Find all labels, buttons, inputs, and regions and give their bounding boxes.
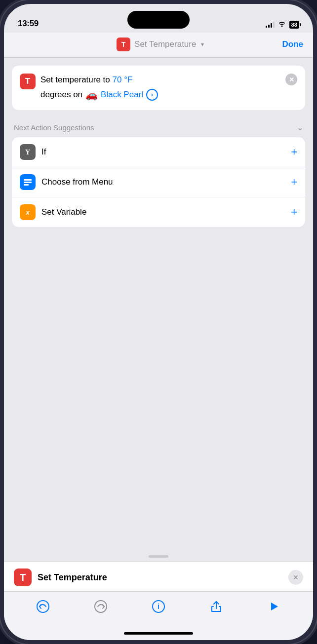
empty-space (4, 304, 313, 551)
signal-bars-icon (266, 22, 275, 28)
svg-rect-2 (24, 182, 32, 183)
tesla-card-icon: T (20, 74, 36, 89)
action-card: T Set temperature to 70 °F degrees on 🚗 … (12, 66, 305, 110)
svg-rect-3 (24, 184, 29, 186)
variable-add-button[interactable]: + (291, 206, 297, 219)
suggestion-menu-label: Choose from Menu (41, 177, 113, 187)
degrees-on-text: degrees on (40, 88, 82, 101)
nav-chevron-icon: ▾ (201, 41, 204, 48)
car-info-button[interactable]: › (146, 89, 158, 101)
sheet-handle-area (4, 551, 313, 561)
redo-button[interactable] (91, 597, 111, 616)
home-indicator (4, 626, 313, 640)
action-prefix: Set temperature to (40, 75, 113, 84)
suggestion-item-if[interactable]: Y If + (12, 137, 305, 167)
scrollable-content: T Set temperature to 70 °F degrees on 🚗 … (4, 58, 313, 304)
home-bar (124, 632, 193, 635)
signal-bar-3 (271, 23, 272, 28)
suggestion-menu-left: Choose from Menu (20, 174, 113, 190)
nav-bar: T Set Temperature ▾ Done (4, 33, 313, 58)
svg-text:i: i (158, 603, 159, 610)
phone-screen: 13:59 88 (4, 4, 313, 640)
share-button[interactable] (206, 597, 226, 616)
suggestions-title: Next Action Suggestions (14, 123, 94, 132)
dynamic-island (127, 11, 190, 29)
content-area: T Set temperature to 70 °F degrees on 🚗 … (4, 58, 313, 235)
suggestion-if-left: Y If (20, 144, 46, 160)
suggestion-variable-left: x Set Variable (20, 204, 86, 220)
temp-value[interactable]: 70 (113, 75, 122, 84)
status-time: 13:59 (18, 19, 39, 29)
battery-icon: 88 (289, 21, 299, 29)
signal-bar-2 (268, 25, 270, 28)
svg-point-5 (37, 601, 49, 612)
car-emoji-icon: 🚗 (85, 87, 98, 102)
signal-bar-1 (266, 26, 267, 28)
svg-text:Y: Y (25, 149, 30, 156)
bottom-card-title: Set Temperature (38, 572, 107, 583)
toolbar: i (4, 591, 313, 626)
action-car-row: degrees on 🚗 Black Pearl › (40, 87, 280, 102)
suggestion-if-label: If (41, 147, 46, 157)
action-card-text: Set temperature to 70 °F degrees on 🚗 Bl… (40, 74, 280, 102)
signal-bar-4 (273, 22, 275, 28)
tesla-bottom-icon: T (14, 568, 32, 586)
wifi-icon (277, 20, 286, 29)
undo-button[interactable] (33, 597, 53, 616)
bottom-card: T Set Temperature ✕ (4, 561, 313, 591)
suggestions-list: Y If + (12, 137, 305, 227)
phone-frame: 13:59 88 (0, 0, 317, 644)
if-add-button[interactable]: + (291, 146, 297, 158)
nav-title-text: Set Temperature (134, 39, 196, 49)
play-button[interactable] (264, 597, 284, 616)
bottom-card-left: T Set Temperature (14, 568, 107, 586)
done-button[interactable]: Done (282, 39, 304, 49)
svg-text:x: x (25, 209, 30, 216)
suggestions-collapse-icon[interactable]: ⌄ (297, 123, 303, 132)
status-icons: 88 (266, 20, 299, 29)
info-button[interactable]: i (149, 597, 168, 616)
nav-title-area[interactable]: T Set Temperature ▾ (117, 38, 204, 51)
svg-point-6 (95, 601, 107, 612)
suggestion-item-menu[interactable]: Choose from Menu + (12, 167, 305, 197)
if-icon: Y (20, 144, 36, 160)
suggestion-item-variable[interactable]: x Set Variable + (12, 197, 305, 227)
suggestions-header: Next Action Suggestions ⌄ (12, 120, 305, 137)
action-close-button[interactable]: ✕ (285, 74, 297, 85)
suggestion-variable-label: Set Variable (41, 207, 86, 217)
tesla-nav-icon: T (117, 38, 130, 51)
menu-icon (20, 174, 36, 190)
svg-rect-1 (24, 179, 32, 181)
car-name-value[interactable]: Black Pearl (101, 88, 143, 101)
variable-icon: x (20, 204, 36, 220)
temp-unit[interactable]: °F (124, 75, 132, 84)
bottom-close-button[interactable]: ✕ (288, 570, 303, 585)
sheet-handle (149, 555, 168, 558)
menu-add-button[interactable]: + (291, 176, 297, 189)
